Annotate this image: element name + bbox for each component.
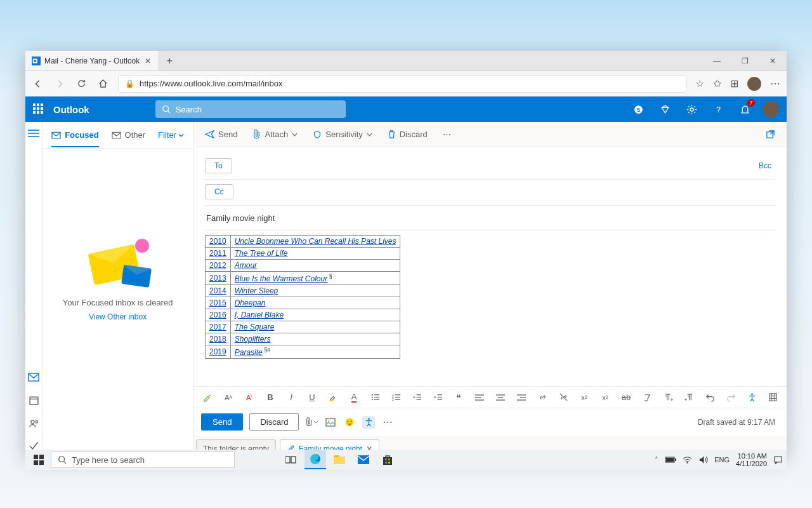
year-link[interactable]: 2017 [209, 323, 226, 331]
align-left-icon[interactable] [473, 391, 486, 404]
emoji-icon[interactable] [343, 416, 356, 429]
font-family-icon[interactable]: AA [222, 391, 235, 404]
cmd-attach[interactable]: Attach [252, 130, 298, 139]
bcc-toggle[interactable]: Bcc [759, 161, 775, 170]
notifications-bell-icon[interactable]: 7 [736, 100, 754, 118]
title-link[interactable]: Uncle Boonmee Who Can Recall His Past Li… [235, 237, 396, 246]
hamburger-menu-icon[interactable] [27, 127, 40, 140]
undo-icon[interactable] [704, 391, 716, 404]
clear-format-icon[interactable] [641, 391, 653, 404]
year-link[interactable]: 2010 [209, 237, 226, 246]
bold-icon[interactable]: B [264, 391, 277, 404]
nav-refresh-button[interactable] [75, 77, 88, 90]
year-link[interactable]: 2016 [209, 311, 226, 319]
title-link[interactable]: The Square [235, 323, 275, 331]
to-button[interactable]: To [205, 158, 232, 173]
year-link[interactable]: 2012 [209, 261, 226, 270]
font-color-icon[interactable]: A [348, 391, 360, 404]
title-link[interactable]: Shoplifters [235, 335, 271, 344]
unlink-icon[interactable] [557, 391, 570, 404]
insert-image-icon[interactable] [324, 416, 337, 429]
strikethrough-icon[interactable]: ab [620, 391, 632, 404]
title-link[interactable]: Winter Sleep [235, 286, 278, 295]
browser-tab[interactable]: Mail - Cherie Yang - Outlook ✕ [25, 51, 159, 70]
rtl-icon[interactable] [683, 391, 695, 404]
align-right-icon[interactable] [515, 391, 528, 404]
app-launcher-icon[interactable] [33, 104, 44, 115]
window-close-button[interactable]: ✕ [759, 51, 787, 70]
view-other-inbox-link[interactable]: View Other inbox [89, 312, 147, 321]
cc-button[interactable]: Cc [205, 184, 233, 199]
title-link[interactable]: Amour [235, 261, 257, 270]
window-maximize-button[interactable]: ❐ [731, 51, 759, 70]
accessibility-checker-icon[interactable] [362, 416, 375, 429]
quote-icon[interactable]: ❝ [452, 391, 465, 404]
tray-language-icon[interactable]: ENG [714, 456, 730, 464]
taskbar-explorer-icon[interactable] [329, 450, 350, 469]
tab-other[interactable]: Other [112, 130, 146, 140]
tab-close-icon[interactable]: ✕ [143, 57, 152, 65]
rail-calendar-icon[interactable] [27, 394, 40, 406]
subject-input[interactable] [205, 206, 775, 229]
help-icon[interactable]: ? [709, 100, 727, 118]
taskbar-mail-icon[interactable] [353, 450, 374, 469]
browser-menu-icon[interactable]: ⋯ [770, 77, 780, 90]
window-minimize-button[interactable]: — [703, 51, 731, 70]
nav-forward-button[interactable] [53, 77, 66, 90]
align-center-icon[interactable] [494, 391, 507, 404]
accessibility-icon[interactable] [745, 391, 758, 404]
cmd-sensitivity[interactable]: Sensitivity [313, 130, 372, 139]
tray-battery-icon[interactable] [665, 457, 676, 463]
account-avatar[interactable] [763, 101, 779, 117]
highlight-icon[interactable] [327, 391, 339, 404]
cmd-send[interactable]: Send [205, 130, 237, 139]
format-painter-icon[interactable] [201, 391, 214, 404]
title-link[interactable]: I, Daniel Blake [235, 311, 284, 319]
settings-gear-icon[interactable] [683, 100, 700, 118]
tray-notifications-icon[interactable] [773, 455, 783, 464]
taskbar-search-input[interactable]: Type here to search [51, 451, 235, 468]
diamond-icon[interactable] [656, 100, 674, 118]
title-link[interactable]: Blue Is the Warmest Colour [235, 274, 328, 283]
rail-mail-icon[interactable] [27, 371, 40, 384]
table-icon[interactable] [766, 391, 779, 404]
favorite-star-icon[interactable]: ☆ [695, 77, 704, 90]
superscript-icon[interactable]: x2 [578, 391, 591, 404]
italic-icon[interactable]: I [285, 391, 298, 404]
year-link[interactable]: 2013 [209, 274, 226, 283]
url-field[interactable]: 🔒 https://www.outlook.live.com/mail/inbo… [118, 75, 686, 93]
tray-wifi-icon[interactable] [683, 456, 692, 464]
send-button[interactable]: Send [201, 413, 243, 431]
taskbar-edge-icon[interactable] [304, 450, 326, 469]
skype-icon[interactable]: S [629, 100, 647, 118]
title-link[interactable]: Parasite [235, 348, 263, 357]
more-options-icon[interactable]: ⋯ [381, 416, 394, 429]
year-link[interactable]: 2011 [209, 249, 226, 258]
rail-people-icon[interactable] [27, 417, 40, 429]
compose-body-editor[interactable]: 2010Uncle Boonmee Who Can Recall His Pas… [193, 231, 787, 386]
cmd-discard[interactable]: Discard [388, 130, 428, 139]
year-link[interactable]: 2015 [209, 298, 226, 307]
collections-icon[interactable]: ⊞ [730, 77, 738, 90]
link-icon[interactable] [536, 391, 549, 404]
tray-chevron-icon[interactable]: ˄ [655, 456, 658, 464]
task-view-icon[interactable] [280, 450, 302, 469]
tray-volume-icon[interactable] [698, 455, 708, 464]
discard-button[interactable]: Discard [249, 413, 299, 431]
outlook-search-input[interactable]: Search [155, 100, 346, 118]
nav-back-button[interactable] [32, 77, 44, 90]
numbering-icon[interactable]: 123 [390, 391, 402, 404]
subscript-icon[interactable]: x2 [599, 391, 612, 404]
taskbar-store-icon[interactable] [377, 450, 398, 469]
outdent-icon[interactable] [410, 391, 423, 404]
tray-clock[interactable]: 10:10 AM 4/11/2020 [736, 452, 767, 467]
new-tab-button[interactable]: + [159, 51, 180, 70]
title-link[interactable]: The Tree of Life [235, 249, 288, 258]
year-link[interactable]: 2019 [209, 347, 226, 356]
outlook-brand[interactable]: Outlook [53, 104, 89, 115]
title-link[interactable]: Dheepan [235, 298, 266, 307]
filter-dropdown[interactable]: Filter [158, 130, 184, 140]
font-size-icon[interactable]: A° [243, 391, 256, 404]
favorites-bar-icon[interactable]: ✩ [713, 77, 721, 90]
attach-icon[interactable] [305, 416, 318, 429]
